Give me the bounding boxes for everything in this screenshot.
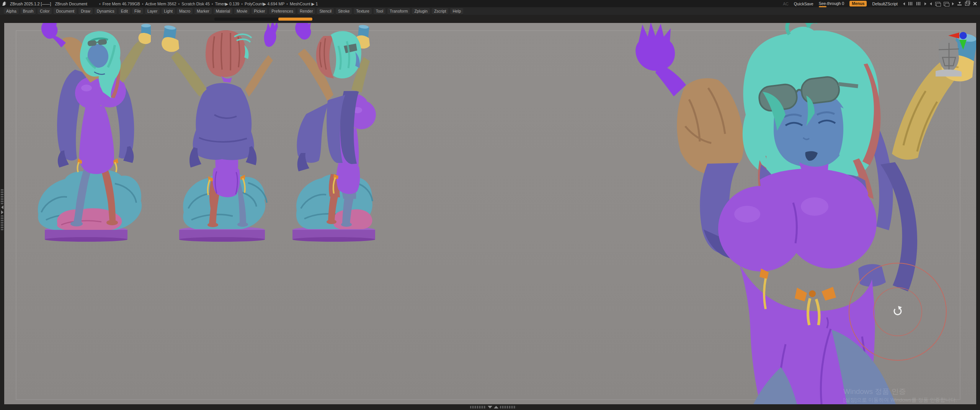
hide-left-tray-icon[interactable] <box>903 2 905 5</box>
close-button[interactable] <box>973 2 977 6</box>
menus-toggle-button[interactable]: Menus <box>849 1 867 7</box>
sculpt-view-back[interactable] <box>162 23 278 242</box>
frame-strip <box>0 15 980 23</box>
menu-picker[interactable]: Picker <box>252 8 267 15</box>
menu-stencil[interactable]: Stencil <box>317 8 334 15</box>
see-through-slider[interactable]: See-through 0 <box>819 1 844 7</box>
status-stats: •Free Mem 46.799GB •Active Mem 3562 •Scr… <box>97 2 318 6</box>
progress-bar <box>278 18 312 21</box>
document-canvas[interactable]: Windows 정품 인증 [설정]으로 이동하여 Windows를 정품 인증… <box>4 23 976 404</box>
stat-meshcount: MeshCount ▶ 1 <box>290 2 318 6</box>
menu-dynamics[interactable]: Dynamics <box>95 8 117 15</box>
menu-brush[interactable]: Brush <box>21 8 36 15</box>
stat-scratch-disk: Scratch Disk 45 <box>181 2 210 6</box>
menu-edit[interactable]: Edit <box>119 8 130 15</box>
next-window-icon[interactable] <box>952 2 954 5</box>
menu-tool[interactable]: Tool <box>374 8 385 15</box>
rotate-cursor-icon <box>894 306 902 315</box>
menu-macro[interactable]: Macro <box>177 8 193 15</box>
menu-color[interactable]: Color <box>38 8 52 15</box>
ac-indicator: AC <box>783 2 789 6</box>
left-grip-icon[interactable] <box>908 2 913 5</box>
title-bar: ZBrush 2025.1.2 [——] ZBrush Document •Fr… <box>0 0 980 7</box>
left-tray-divider[interactable] <box>1 189 3 230</box>
stat-free-mem: Free Mem 46.799GB <box>103 2 140 6</box>
menu-texture[interactable]: Texture <box>354 8 371 15</box>
hide-right-tray-icon[interactable] <box>924 2 926 5</box>
menu-render[interactable]: Render <box>297 8 315 15</box>
stat-polycount: PolyCount▶ 4.694 MP <box>245 2 284 6</box>
menu-light[interactable]: Light <box>162 8 175 15</box>
right-grip-icon[interactable] <box>916 2 921 5</box>
menu-document[interactable]: Document <box>54 8 77 15</box>
menu-layer[interactable]: Layer <box>145 8 160 15</box>
menu-zscript[interactable]: Zscript <box>432 8 449 15</box>
window-stack-icon-2[interactable] <box>944 2 949 6</box>
bottom-tray-divider[interactable] <box>470 406 516 408</box>
progress-groove <box>214 18 313 21</box>
sculpt-scene <box>4 23 976 404</box>
sculpt-view-three-quarter[interactable] <box>292 23 376 242</box>
quicksave-button[interactable]: QuickSave <box>794 2 813 6</box>
menu-transform[interactable]: Transform <box>387 8 410 15</box>
sculpt-view-closeup[interactable] <box>635 23 976 404</box>
menu-stroke[interactable]: Stroke <box>336 8 352 15</box>
prev-window-icon[interactable] <box>930 2 932 5</box>
menu-preferences[interactable]: Preferences <box>269 8 296 15</box>
menu-file[interactable]: File <box>132 8 143 15</box>
app-title: ZBrush 2025.1.2 [——] <box>10 2 51 6</box>
zbrush-window: ZBrush 2025.1.2 [——] ZBrush Document •Fr… <box>0 0 980 410</box>
default-zscript-button[interactable]: DefaultZScript <box>872 2 898 6</box>
stat-active-mem: Active Mem 3562 <box>145 2 176 6</box>
menu-draw[interactable]: Draw <box>78 8 93 15</box>
restore-button[interactable] <box>965 2 969 6</box>
windows-activation-watermark: Windows 정품 인증 [설정]으로 이동하여 Windows를 정품 인증… <box>843 387 957 403</box>
minimize-button[interactable] <box>957 2 962 6</box>
menu-marker[interactable]: Marker <box>194 8 212 15</box>
menu-movie[interactable]: Movie <box>234 8 250 15</box>
window-stack-icon[interactable] <box>935 2 940 6</box>
menu-zplugin[interactable]: Zplugin <box>412 8 430 15</box>
zbrush-logo-icon <box>2 1 8 6</box>
menu-bar: Alpha Brush Color Document Draw Dynamics… <box>0 7 980 15</box>
sculpt-view-front[interactable] <box>38 23 151 242</box>
menu-material[interactable]: Material <box>214 8 232 15</box>
menu-help[interactable]: Help <box>450 8 463 15</box>
stat-timer: Timer▶ 0.139 <box>215 2 239 6</box>
document-name: ZBrush Document <box>55 2 87 6</box>
menu-alpha[interactable]: Alpha <box>4 8 19 15</box>
